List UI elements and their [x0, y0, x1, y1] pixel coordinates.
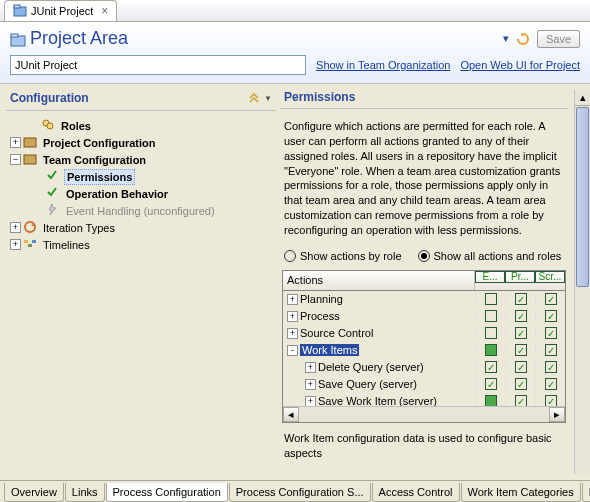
refresh-icon[interactable] [515, 31, 531, 47]
tree-item-iteration-types[interactable]: + Iteration Types [10, 219, 276, 236]
scroll-left-icon[interactable]: ◂ [283, 407, 299, 422]
project-icon [13, 4, 27, 18]
svg-rect-9 [24, 240, 28, 243]
checkbox-checked-icon[interactable]: ✓ [515, 395, 527, 406]
expander-icon[interactable]: + [305, 396, 316, 406]
table-row[interactable]: + Planning ✓ ✓ [283, 291, 565, 308]
svg-rect-1 [14, 5, 20, 8]
checkbox-checked-icon[interactable]: ✓ [515, 293, 527, 305]
tree-item-event-handling[interactable]: Event Handling (unconfigured) [10, 202, 276, 219]
iteration-icon [23, 220, 39, 236]
dropdown-arrow-icon[interactable]: ▾ [503, 32, 509, 45]
team-config-icon [23, 152, 39, 168]
checkbox-checked-icon[interactable]: ✓ [515, 310, 527, 322]
expander-icon[interactable]: - [287, 345, 298, 356]
checkbox-partial-icon[interactable] [485, 344, 497, 356]
action-label: Save Query (server) [318, 378, 417, 390]
close-icon[interactable]: × [101, 4, 108, 18]
table-row[interactable]: + Process ✓ ✓ [283, 308, 565, 325]
checkbox-checked-icon[interactable]: ✓ [515, 344, 527, 356]
tab-process-config[interactable]: Process Configuration [106, 483, 228, 502]
link-open-web-ui[interactable]: Open Web UI for Project [460, 59, 580, 71]
svg-rect-11 [32, 240, 36, 243]
editor-tab-bar: JUnit Project × [0, 0, 590, 22]
scroll-up-icon[interactable]: ▴ [575, 90, 590, 106]
expander-icon[interactable]: − [10, 154, 21, 165]
expander-icon[interactable]: + [305, 362, 316, 373]
config-tree[interactable]: Roles + Project Configuration − Team Con… [6, 117, 276, 474]
tree-item-timelines[interactable]: + Timelines [10, 236, 276, 253]
tab-access-control[interactable]: Access Control [372, 483, 460, 502]
project-config-icon [23, 135, 39, 151]
col-product[interactable]: Pr... [505, 271, 535, 283]
action-label: Source Control [300, 327, 373, 339]
action-label: Delete Query (server) [318, 361, 424, 373]
scroll-right-icon[interactable]: ▸ [549, 407, 565, 422]
table-row[interactable]: - Work Items ✓ ✓ [283, 342, 565, 359]
editor-tab[interactable]: JUnit Project × [4, 0, 117, 21]
table-row[interactable]: + Save Query (server) ✓ ✓ ✓ [283, 376, 565, 393]
checkbox-checked-icon[interactable]: ✓ [545, 293, 557, 305]
expander-icon[interactable]: + [10, 137, 21, 148]
bottom-tab-bar: Overview Links Process Configuration Pro… [0, 480, 590, 502]
expander-icon[interactable]: + [287, 294, 298, 305]
table-hscrollbar[interactable]: ◂ ▸ [283, 406, 565, 422]
tab-overview[interactable]: Overview [4, 483, 64, 502]
expand-all-icon[interactable] [246, 90, 262, 106]
tree-item-team-config[interactable]: − Team Configuration [10, 151, 276, 168]
checkbox-checked-icon[interactable]: ✓ [515, 361, 527, 373]
expander-icon[interactable]: + [287, 328, 298, 339]
checkbox-checked-icon[interactable]: ✓ [545, 327, 557, 339]
table-row[interactable]: + Save Work Item (server) ✓ ✓ [283, 393, 565, 406]
work-item-desc: Work Item configuration data is used to … [280, 423, 568, 465]
tab-work-item-categories[interactable]: Work Item Categories [461, 483, 581, 502]
checkbox-checked-icon[interactable]: ✓ [545, 395, 557, 406]
expander-icon[interactable]: + [10, 222, 21, 233]
checkbox-checked-icon[interactable]: ✓ [545, 378, 557, 390]
checkbox-partial-icon[interactable] [485, 395, 497, 406]
tree-item-project-config[interactable]: + Project Configuration [10, 134, 276, 151]
checkbox-checked-icon[interactable]: ✓ [485, 378, 497, 390]
tab-links[interactable]: Links [65, 483, 105, 502]
tree-item-roles[interactable]: Roles [10, 117, 276, 134]
timeline-icon [23, 237, 39, 253]
tree-item-op-behavior[interactable]: Operation Behavior [10, 185, 276, 202]
svg-point-5 [47, 123, 53, 129]
save-button[interactable]: Save [537, 30, 580, 48]
project-name-input[interactable] [10, 55, 306, 75]
checkbox-empty-icon[interactable] [485, 310, 497, 322]
checkbox-checked-icon[interactable]: ✓ [515, 327, 527, 339]
config-pane-title: Configuration [10, 91, 246, 105]
table-row[interactable]: + Source Control ✓ ✓ [283, 325, 565, 342]
checkbox-checked-icon[interactable]: ✓ [515, 378, 527, 390]
expander-icon[interactable]: + [305, 379, 316, 390]
svg-rect-7 [24, 155, 36, 164]
editor-header: Project Area ▾ Save Show in Team Organiz… [0, 22, 590, 84]
col-everyone[interactable]: E... [475, 271, 505, 283]
expander-icon[interactable]: + [287, 311, 298, 322]
checkbox-empty-icon[interactable] [485, 327, 497, 339]
checkbox-checked-icon[interactable]: ✓ [545, 310, 557, 322]
permissions-table[interactable]: Actions E... Pr... Scr... + Planning ✓ ✓… [282, 270, 566, 423]
col-scrum[interactable]: Scr... [535, 271, 565, 283]
right-pane-vscrollbar[interactable]: ▴ [574, 90, 590, 474]
link-show-team-org[interactable]: Show in Team Organization [316, 59, 450, 71]
check-icon [46, 186, 62, 202]
tab-releases[interactable]: Releases [582, 483, 590, 502]
checkbox-empty-icon[interactable] [485, 293, 497, 305]
menu-arrow-icon[interactable]: ▼ [264, 94, 272, 103]
col-actions[interactable]: Actions [283, 271, 475, 290]
project-area-icon [10, 32, 24, 46]
tree-item-permissions[interactable]: Permissions [10, 168, 276, 185]
permissions-title: Permissions [284, 90, 564, 104]
checkbox-checked-icon[interactable]: ✓ [545, 361, 557, 373]
action-label: Work Items [300, 344, 359, 356]
expander-icon[interactable]: + [10, 239, 21, 250]
table-row[interactable]: + Delete Query (server) ✓ ✓ ✓ [283, 359, 565, 376]
radio-all-actions-roles[interactable]: Show all actions and roles [418, 250, 562, 262]
radio-actions-by-role[interactable]: Show actions by role [284, 250, 402, 262]
checkbox-checked-icon[interactable]: ✓ [545, 344, 557, 356]
tab-process-config-source[interactable]: Process Configuration S... [229, 483, 371, 502]
checkbox-checked-icon[interactable]: ✓ [485, 361, 497, 373]
event-icon [46, 203, 62, 219]
